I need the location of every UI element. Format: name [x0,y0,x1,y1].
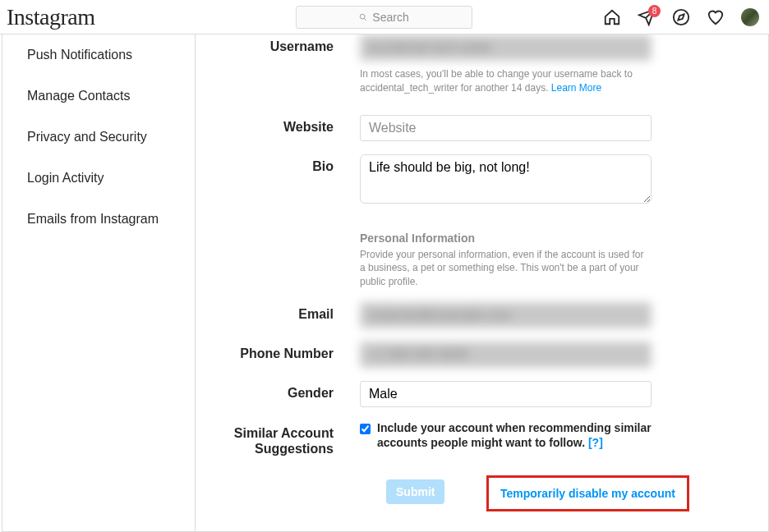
explore-icon[interactable] [672,8,690,26]
bio-input[interactable]: Life should be big, not long! [360,154,652,204]
sidebar-item-emails[interactable]: Emails from Instagram [2,199,195,240]
personal-info-title: Personal Information [360,232,652,245]
search-input[interactable]: Search [296,6,472,29]
personal-info-helper: Provide your personal information, even … [360,248,652,289]
gender-label: Gender [228,381,360,407]
settings-sidebar: Push Notifications Manage Contacts Priva… [2,34,196,532]
sidebar-item-privacy-security[interactable]: Privacy and Security [2,117,195,158]
username-label: Username [228,34,360,95]
messages-icon[interactable]: 8 [638,8,656,26]
sidebar-item-push-notifications[interactable]: Push Notifications [2,34,195,76]
submit-button[interactable]: Submit [386,479,444,504]
phone-label: Phone Number [228,342,360,368]
similar-label: Similar Account Suggestions [228,420,360,456]
similar-help-link[interactable]: [?] [588,436,603,449]
search-placeholder: Search [372,11,408,24]
instagram-logo[interactable]: Instagram [7,4,94,30]
website-label: Website [228,115,360,141]
bio-label: Bio [228,154,360,207]
edit-profile-form: Username In most cases, you'll be able t… [196,34,769,532]
email-input[interactable] [360,302,652,328]
email-label: Email [228,302,360,328]
similar-checkbox[interactable] [360,424,371,434]
activity-icon[interactable] [707,8,725,26]
sidebar-item-login-activity[interactable]: Login Activity [2,158,195,199]
home-icon[interactable] [603,8,621,26]
svg-line-1 [365,18,367,21]
username-helper: In most cases, you'll be able to change … [360,67,652,95]
learn-more-link[interactable]: Learn More [551,82,601,94]
search-icon [359,13,367,21]
website-input[interactable] [360,115,652,141]
svg-point-3 [674,9,688,24]
messages-badge: 8 [648,5,661,17]
gender-input[interactable] [360,381,652,407]
svg-point-0 [361,14,366,19]
profile-avatar[interactable] [741,8,759,26]
phone-input[interactable] [360,342,652,368]
highlight-annotation: Temporarily disable my account [486,475,689,511]
nav-icons: 8 [603,8,759,26]
svg-marker-4 [678,14,684,20]
sidebar-item-manage-contacts[interactable]: Manage Contacts [2,76,195,117]
similar-checkbox-label: Include your account when recommending s… [377,420,652,450]
top-nav: Instagram Search 8 [0,0,769,34]
username-input[interactable] [360,34,652,61]
disable-account-link[interactable]: Temporarily disable my account [500,487,675,500]
